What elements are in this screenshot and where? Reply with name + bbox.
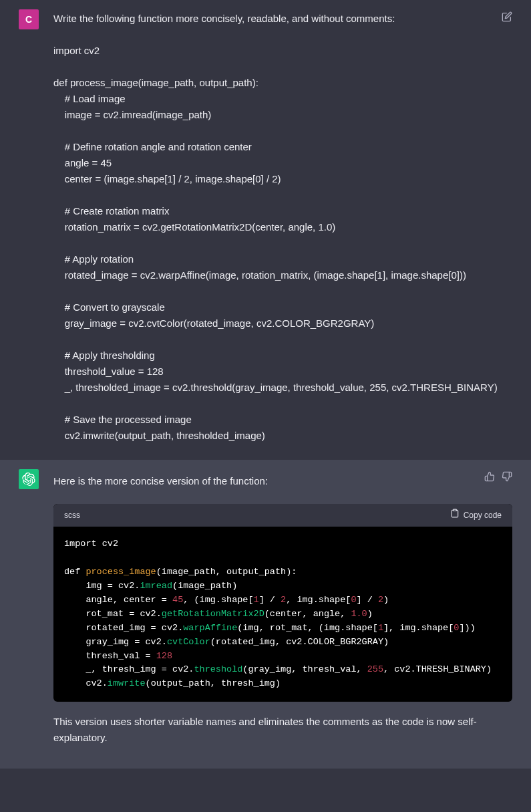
thumbs-up-icon[interactable] [484,470,495,487]
user-prompt-text: Write the following function more concis… [53,11,498,444]
user-avatar: C [19,9,39,29]
assistant-message-head: Here is the more concise version of the … [53,470,512,496]
code-language-label: scss [64,509,80,522]
assistant-message: Here is the more concise version of the … [0,460,531,769]
assistant-code-block: scss Copy code import cv2 def process_im… [53,504,512,702]
clipboard-icon [450,509,460,522]
user-message: C Write the following function more conc… [0,0,531,460]
user-message-actions [502,11,512,27]
user-avatar-letter: C [25,12,32,27]
assistant-avatar [19,469,39,489]
copy-code-label: Copy code [464,509,502,522]
svg-rect-0 [453,509,456,511]
assistant-intro-text: Here is the more concise version of the … [53,473,484,489]
code-block-header: scss Copy code [53,504,512,527]
assistant-outro-text: This version uses shorter variable names… [53,714,512,746]
edit-icon[interactable] [502,11,512,27]
user-message-body: Write the following function more concis… [53,9,512,444]
assistant-code-content[interactable]: import cv2 def process_image(image_path,… [53,527,512,702]
copy-code-button[interactable]: Copy code [450,509,502,522]
thumbs-down-icon[interactable] [502,470,512,487]
assistant-feedback-actions [484,470,512,487]
assistant-message-body: Here is the more concise version of the … [53,469,512,753]
user-message-head: Write the following function more concis… [53,11,512,444]
